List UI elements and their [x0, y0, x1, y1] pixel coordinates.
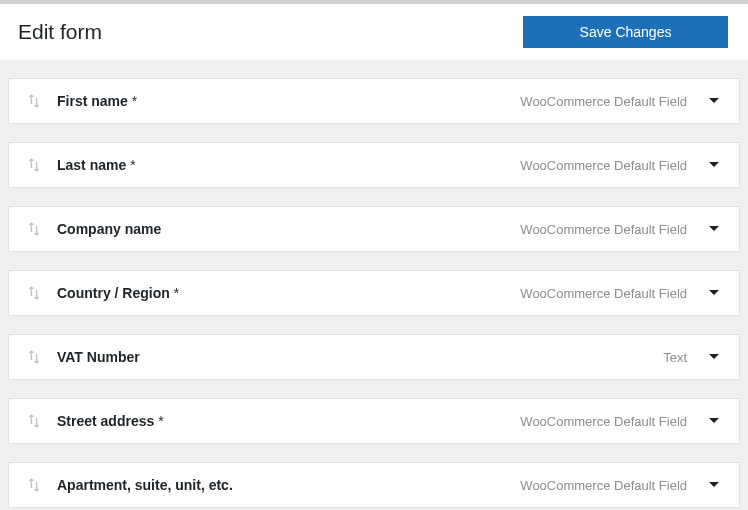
required-marker: *: [128, 93, 137, 109]
drag-handle-icon[interactable]: [27, 94, 41, 108]
expand-caret-icon[interactable]: [707, 158, 721, 172]
drag-handle-icon[interactable]: [27, 158, 41, 172]
field-row-2[interactable]: Company name WooCommerce Default Field: [8, 206, 740, 252]
fields-list: First name * WooCommerce Default Field L…: [0, 78, 748, 508]
field-row-6[interactable]: Apartment, suite, unit, etc. WooCommerce…: [8, 462, 740, 508]
field-label: First name *: [57, 93, 137, 109]
field-label-text: Apartment, suite, unit, etc.: [57, 477, 233, 493]
drag-handle-icon[interactable]: [27, 478, 41, 492]
field-label: VAT Number: [57, 349, 140, 365]
field-label-text: Street address: [57, 413, 154, 429]
expand-caret-icon[interactable]: [707, 414, 721, 428]
page-title: Edit form: [18, 20, 102, 44]
field-row-0[interactable]: First name * WooCommerce Default Field: [8, 78, 740, 124]
field-row-3[interactable]: Country / Region * WooCommerce Default F…: [8, 270, 740, 316]
field-label: Last name *: [57, 157, 136, 173]
field-label-text: Company name: [57, 221, 161, 237]
expand-caret-icon[interactable]: [707, 478, 721, 492]
field-label: Company name: [57, 221, 161, 237]
expand-caret-icon[interactable]: [707, 286, 721, 300]
field-type-label: WooCommerce Default Field: [520, 158, 687, 173]
required-marker: *: [170, 285, 179, 301]
drag-handle-icon[interactable]: [27, 286, 41, 300]
field-type-label: WooCommerce Default Field: [520, 94, 687, 109]
field-label: Apartment, suite, unit, etc.: [57, 477, 233, 493]
save-changes-button[interactable]: Save Changes: [523, 16, 728, 48]
expand-caret-icon[interactable]: [707, 350, 721, 364]
drag-handle-icon[interactable]: [27, 350, 41, 364]
field-type-label: WooCommerce Default Field: [520, 478, 687, 493]
drag-handle-icon[interactable]: [27, 414, 41, 428]
field-label-text: Country / Region: [57, 285, 170, 301]
page-header: Edit form Save Changes: [0, 4, 748, 60]
required-marker: *: [154, 413, 163, 429]
field-row-5[interactable]: Street address * WooCommerce Default Fie…: [8, 398, 740, 444]
field-type-label: WooCommerce Default Field: [520, 286, 687, 301]
required-marker: *: [126, 157, 135, 173]
field-label: Country / Region *: [57, 285, 179, 301]
expand-caret-icon[interactable]: [707, 222, 721, 236]
field-label-text: First name: [57, 93, 128, 109]
field-row-4[interactable]: VAT Number Text: [8, 334, 740, 380]
field-row-1[interactable]: Last name * WooCommerce Default Field: [8, 142, 740, 188]
expand-caret-icon[interactable]: [707, 94, 721, 108]
field-label-text: Last name: [57, 157, 126, 173]
field-type-label: WooCommerce Default Field: [520, 414, 687, 429]
field-type-label: Text: [663, 350, 687, 365]
field-label-text: VAT Number: [57, 349, 140, 365]
field-label: Street address *: [57, 413, 164, 429]
field-type-label: WooCommerce Default Field: [520, 222, 687, 237]
drag-handle-icon[interactable]: [27, 222, 41, 236]
